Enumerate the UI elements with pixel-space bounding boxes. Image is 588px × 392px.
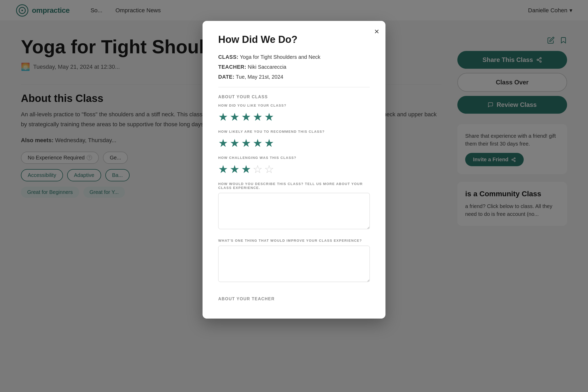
q1-star-4[interactable]: ★ <box>253 111 263 123</box>
teacher-value: Niki Saccareccia <box>248 64 286 70</box>
q3-star-3[interactable]: ★ <box>241 163 251 176</box>
class-label: CLASS: <box>218 54 238 60</box>
q2-star-3[interactable]: ★ <box>241 137 251 149</box>
about-teacher-section: ABOUT YOUR TEACHER <box>218 297 370 301</box>
modal-class-info: CLASS: Yoga for Tight Shoulders and Neck… <box>218 53 370 81</box>
q5-label: WHAT'S ONE THING THAT WOULD IMPROVE YOUR… <box>218 239 370 243</box>
q2-block: HOW LIKELY ARE YOU TO RECOMMEND THIS CLA… <box>218 130 370 149</box>
q3-star-4[interactable]: ☆ <box>253 163 263 176</box>
about-class-section: ABOUT YOUR CLASS <box>218 95 370 99</box>
modal-teacher-line: TEACHER: Niki Saccareccia <box>218 63 370 71</box>
q4-textarea[interactable] <box>218 193 370 229</box>
q3-label: HOW CHALLENGING WAS THIS CLASS? <box>218 156 370 160</box>
date-label: DATE: <box>218 74 234 80</box>
q3-star-2[interactable]: ★ <box>230 163 240 176</box>
modal-close-button[interactable]: × <box>374 27 379 36</box>
q1-star-3[interactable]: ★ <box>241 111 251 123</box>
q1-label: HOW DID YOU LIKE YOUR CLASS? <box>218 103 370 107</box>
q3-stars: ★ ★ ★ ☆ ☆ <box>218 163 370 176</box>
q3-star-1[interactable]: ★ <box>218 163 228 176</box>
q1-block: HOW DID YOU LIKE YOUR CLASS? ★ ★ ★ ★ ★ <box>218 103 370 123</box>
date-value: Tue, May 21st, 2024 <box>236 74 283 80</box>
q2-stars: ★ ★ ★ ★ ★ <box>218 137 370 149</box>
feedback-modal: × How Did We Do? CLASS: Yoga for Tight S… <box>203 21 385 319</box>
q3-block: HOW CHALLENGING WAS THIS CLASS? ★ ★ ★ ☆ … <box>218 156 370 176</box>
q5-textarea[interactable] <box>218 246 370 282</box>
teacher-label: TEACHER: <box>218 64 246 70</box>
q4-label: HOW WOULD YOU DESCRIBE THIS CLASS? TELL … <box>218 182 370 190</box>
q2-star-4[interactable]: ★ <box>253 137 263 149</box>
q2-star-2[interactable]: ★ <box>230 137 240 149</box>
q2-star-1[interactable]: ★ <box>218 137 228 149</box>
q3-star-5[interactable]: ☆ <box>264 163 274 176</box>
modal-title: How Did We Do? <box>218 34 370 45</box>
q2-star-5[interactable]: ★ <box>264 137 274 149</box>
modal-overlay[interactable]: × How Did We Do? CLASS: Yoga for Tight S… <box>0 0 588 392</box>
page-wrapper: ompractice So... Ompractice News Daniell… <box>0 0 588 392</box>
modal-date-line: DATE: Tue, May 21st, 2024 <box>218 73 370 81</box>
modal-class-line: CLASS: Yoga for Tight Shoulders and Neck <box>218 53 370 61</box>
class-value: Yoga for Tight Shoulders and Neck <box>240 54 320 60</box>
modal-divider-1 <box>218 87 370 87</box>
q1-star-5[interactable]: ★ <box>264 111 274 123</box>
q4-block: HOW WOULD YOU DESCRIBE THIS CLASS? TELL … <box>218 182 370 237</box>
q2-label: HOW LIKELY ARE YOU TO RECOMMEND THIS CLA… <box>218 130 370 134</box>
q5-block: WHAT'S ONE THING THAT WOULD IMPROVE YOUR… <box>218 239 370 289</box>
q1-stars: ★ ★ ★ ★ ★ <box>218 111 370 123</box>
q1-star-2[interactable]: ★ <box>230 111 240 123</box>
q1-star-1[interactable]: ★ <box>218 111 228 123</box>
